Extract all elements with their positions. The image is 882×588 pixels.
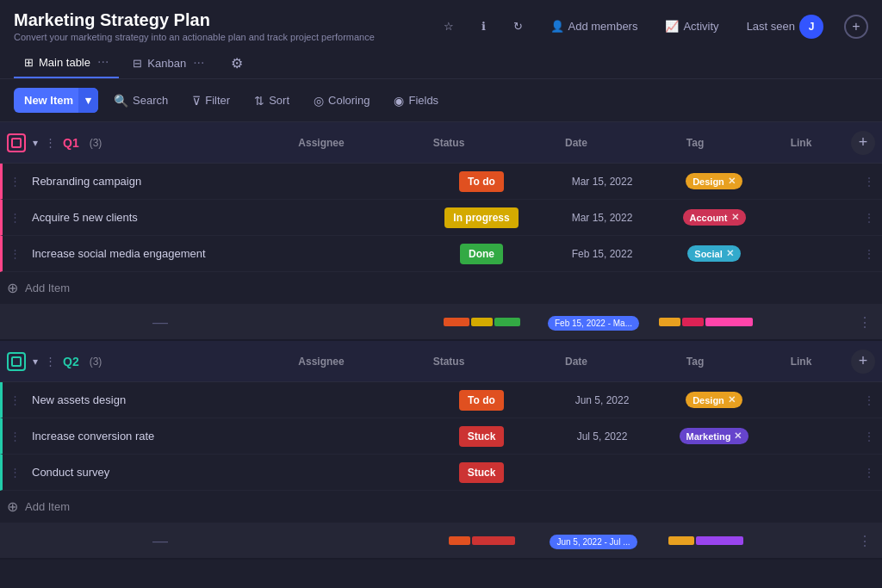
content-area: ▾ ⋮ Q1 (3) Assignee Status Date Tag Link…: [0, 122, 882, 568]
tag-remove-icon[interactable]: ✕: [734, 430, 742, 442]
group-chevron-q2[interactable]: ▾: [33, 356, 38, 368]
row-options-button[interactable]: ⋮: [863, 175, 875, 189]
summary-status-bar: [449, 536, 470, 545]
summary-status-bar: [472, 536, 515, 545]
status-cell[interactable]: Stuck: [417, 430, 546, 443]
tag-cell: Design ✕: [658, 173, 770, 189]
row-options-button[interactable]: ⋮: [863, 466, 875, 480]
add-item-row-q2[interactable]: ⊕ Add Item: [0, 491, 882, 523]
summary-status-bars: [425, 318, 537, 326]
tag-badge: Social ✕: [687, 245, 740, 262]
coloring-button[interactable]: ◎ Coloring: [305, 89, 378, 113]
group-count-q1: (3): [90, 137, 102, 149]
summary-date-range-cell: Jun 5, 2022 - Jul ...: [537, 535, 649, 548]
activity-button[interactable]: 📈 Activity: [658, 16, 725, 36]
col-header-date-q1: Date: [520, 137, 632, 149]
group-drag-q1[interactable]: ⋮: [45, 136, 56, 149]
tab-kanban-options[interactable]: ···: [193, 55, 204, 71]
status-cell[interactable]: Stuck: [417, 466, 546, 479]
refresh-button[interactable]: ↻: [506, 16, 530, 36]
info-button[interactable]: ℹ: [475, 16, 493, 36]
group-color-box-q2[interactable]: [7, 352, 26, 371]
row-name: Acquire 5 new clients: [28, 211, 305, 224]
status-cell[interactable]: Done: [417, 247, 546, 260]
group-chevron-q1[interactable]: ▾: [33, 137, 38, 149]
row-options-button[interactable]: ⋮: [863, 393, 875, 407]
fields-button[interactable]: ◉ Fields: [385, 89, 447, 113]
tab-kanban[interactable]: ⊟ Kanban ···: [122, 48, 214, 77]
status-badge[interactable]: Done: [460, 244, 503, 264]
row-options-button[interactable]: ⋮: [863, 211, 875, 225]
row-options-button[interactable]: ⋮: [863, 247, 875, 261]
row-drag-handle[interactable]: ⋮: [9, 247, 23, 260]
new-item-button[interactable]: New Item ▾: [14, 88, 98, 113]
status-cell[interactable]: To do: [417, 175, 546, 188]
table-row[interactable]: ⋮ Acquire 5 new clients In progress Mar …: [0, 200, 882, 236]
row-drag-handle[interactable]: ⋮: [9, 211, 23, 224]
app-title: Marketing Strategy Plan: [14, 10, 426, 30]
coloring-icon: ◎: [314, 94, 324, 108]
row-drag-handle[interactable]: ⋮: [9, 175, 23, 188]
summary-dash: —: [7, 313, 314, 331]
date-range-badge: Feb 15, 2022 - Ma...: [548, 316, 639, 331]
table-row[interactable]: ⋮ Increase social media engagement Done …: [0, 236, 882, 272]
search-button[interactable]: 🔍 Search: [105, 89, 177, 113]
status-cell[interactable]: In progress: [417, 211, 546, 224]
add-item-row-q1[interactable]: ⊕ Add Item: [0, 272, 882, 305]
col-header-link-q1: Link: [758, 137, 844, 149]
tag-cell: Design ✕: [658, 392, 770, 408]
last-seen-button[interactable]: Last seen J: [740, 11, 830, 42]
col-header-date-q2: Date: [520, 356, 632, 368]
status-badge[interactable]: To do: [459, 171, 504, 192]
row-name: Rebranding campaign: [28, 175, 305, 188]
status-badge[interactable]: To do: [459, 390, 504, 411]
row-drag-handle[interactable]: ⋮: [9, 466, 23, 479]
sort-button[interactable]: ⇅ Sort: [245, 89, 298, 113]
row-options-button[interactable]: ⋮: [863, 430, 875, 443]
filter-button[interactable]: ⊽ Filter: [183, 89, 239, 113]
status-badge[interactable]: Stuck: [459, 462, 505, 483]
add-view-button[interactable]: +: [844, 15, 868, 39]
summary-dash: —: [7, 532, 314, 550]
add-members-button[interactable]: 👤 Add members: [543, 16, 645, 36]
col-header-tag-q1: Tag: [639, 137, 751, 149]
row-drag-handle[interactable]: ⋮: [9, 393, 23, 406]
search-icon: 🔍: [114, 94, 128, 108]
add-column-button-q2[interactable]: +: [851, 350, 875, 374]
group-color-box-q1[interactable]: [7, 133, 26, 152]
col-header-link-q2: Link: [758, 356, 844, 368]
tag-badge: Marketing ✕: [680, 428, 749, 444]
summary-options-button[interactable]: ⋮: [854, 529, 875, 553]
tabs-bar: ⊞ Main table ··· ⊟ Kanban ··· ⚙: [0, 47, 882, 79]
table-row[interactable]: ⋮ New assets design To do Jun 5, 2022 De…: [0, 382, 882, 418]
table-row[interactable]: ⋮ Rebranding campaign To do Mar 15, 2022…: [0, 164, 882, 200]
summary-tag-bar: [696, 536, 743, 545]
status-badge[interactable]: Stuck: [459, 426, 505, 447]
tag-badge: Account ✕: [683, 209, 746, 226]
status-badge[interactable]: In progress: [444, 207, 518, 228]
tag-remove-icon[interactable]: ✕: [728, 176, 736, 187]
table-icon: ⊞: [24, 56, 34, 69]
settings-button[interactable]: ⚙: [226, 50, 248, 77]
summary-tag-bars: [649, 318, 761, 326]
table-row[interactable]: ⋮ Increase conversion rate Stuck Jul 5, …: [0, 418, 882, 455]
summary-tag-bar: [668, 536, 694, 545]
col-header-status-q2: Status: [384, 356, 513, 368]
table-row[interactable]: ⋮ Conduct survey Stuck ⋮: [0, 455, 882, 491]
star-button[interactable]: ☆: [437, 16, 461, 36]
status-cell[interactable]: To do: [417, 393, 546, 406]
row-drag-handle[interactable]: ⋮: [9, 430, 23, 443]
add-column-button-q1[interactable]: +: [851, 131, 875, 155]
tab-main-table-options[interactable]: ···: [97, 54, 109, 70]
tag-remove-icon[interactable]: ✕: [731, 212, 739, 223]
header: Marketing Strategy Plan Convert your mar…: [0, 0, 882, 47]
header-actions: ☆ ℹ ↻ 👤 Add members 📈 Activity Last seen…: [437, 11, 868, 42]
new-item-caret[interactable]: ▾: [78, 88, 98, 113]
tag-remove-icon[interactable]: ✕: [726, 248, 734, 259]
tag-remove-icon[interactable]: ✕: [728, 394, 736, 405]
summary-options-button[interactable]: ⋮: [854, 311, 875, 334]
summary-date-range-cell: Feb 15, 2022 - Ma...: [537, 316, 649, 329]
group-drag-q2[interactable]: ⋮: [45, 355, 56, 368]
tab-main-table[interactable]: ⊞ Main table ···: [14, 47, 119, 78]
add-item-icon: ⊕: [7, 498, 18, 515]
